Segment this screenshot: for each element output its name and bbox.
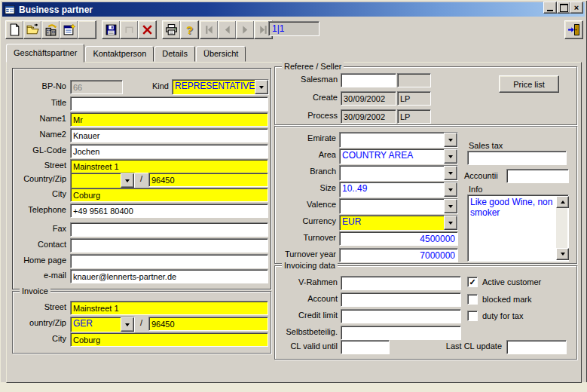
scroll-up-button[interactable]	[556, 196, 569, 208]
accounting-field[interactable]	[506, 169, 569, 183]
area-label: Area	[270, 150, 336, 160]
delete-button[interactable]	[138, 20, 157, 39]
emirate-dropdown-button[interactable]	[444, 133, 457, 147]
country-select[interactable]	[70, 173, 135, 188]
branch-select[interactable]	[339, 165, 458, 181]
email-field[interactable]	[70, 269, 268, 283]
gl-code-field[interactable]	[70, 144, 268, 158]
telephone-label: Telephone	[8, 205, 66, 215]
valence-label: Valence	[270, 200, 336, 210]
valence-select[interactable]	[339, 198, 458, 214]
tab-details[interactable]: Details	[154, 46, 195, 62]
salesman-field[interactable]	[341, 73, 396, 87]
currency-dropdown-button[interactable]	[444, 216, 457, 230]
name1-field[interactable]	[70, 112, 268, 127]
email-label: e-mail	[8, 271, 66, 280]
bp-no-label: BP-No	[8, 81, 66, 91]
first-record-icon	[203, 23, 216, 36]
country-value	[71, 173, 121, 188]
price-list-button[interactable]: Price list	[499, 75, 559, 93]
blocked-mark-checkbox[interactable]	[467, 294, 478, 305]
branch-dropdown-button[interactable]	[444, 166, 457, 180]
title-field[interactable]	[70, 96, 268, 111]
edit-form-button[interactable]	[60, 20, 78, 39]
open-button[interactable]	[23, 20, 42, 39]
invoicing-group-label: Invoicing data	[282, 261, 338, 270]
v-rahmen-field[interactable]	[341, 276, 461, 290]
open-folder-icon	[26, 23, 39, 36]
chevron-down-icon	[448, 139, 453, 142]
kind-select[interactable]: REPRESENTATIVE	[172, 79, 269, 95]
active-customer-checkbox[interactable]: ✓	[467, 277, 478, 287]
minimize-icon	[547, 10, 553, 11]
size-label: Size	[270, 183, 336, 193]
turnover-year-field[interactable]	[339, 248, 458, 262]
cl-valid-until-field[interactable]	[341, 340, 390, 354]
new-button[interactable]	[5, 20, 24, 39]
area-dropdown-button[interactable]	[444, 149, 457, 164]
selbstbeteilig-field[interactable]	[341, 326, 461, 340]
street-field[interactable]	[70, 159, 268, 173]
country-dropdown-button[interactable]	[121, 173, 134, 188]
name2-field[interactable]	[70, 128, 268, 142]
bp-no-field	[70, 80, 123, 94]
chevron-down-icon	[448, 205, 453, 208]
contact-field[interactable]	[70, 238, 268, 253]
account-field[interactable]	[341, 292, 461, 307]
invoice-zip-field[interactable]	[148, 317, 268, 331]
print-button[interactable]	[162, 20, 181, 39]
info-textarea[interactable]: Like good Wine, non smoker	[467, 194, 569, 262]
zip-field[interactable]	[148, 173, 268, 187]
record-indicator[interactable]: 1|1	[268, 21, 319, 36]
fax-field[interactable]	[70, 222, 268, 237]
form-window-icon	[63, 23, 75, 36]
business-partner-window: Business partner × ?	[0, 0, 587, 392]
spacer-button-disabled	[78, 20, 96, 39]
kind-label: Kind	[136, 81, 169, 91]
telephone-field[interactable]	[70, 204, 268, 218]
credit-limit-field[interactable]	[341, 309, 461, 323]
duty-for-tax-label: duty for tax	[482, 311, 523, 321]
app-icon	[5, 5, 15, 15]
area-value: COUNTRY AREA	[340, 149, 444, 164]
invoice-city-field[interactable]	[70, 332, 268, 347]
kind-dropdown-button[interactable]	[255, 80, 268, 94]
turnover-field[interactable]	[339, 231, 458, 246]
area-select[interactable]: COUNTRY AREA	[339, 149, 458, 164]
city-field[interactable]	[70, 188, 268, 202]
check-icon: ✓	[469, 277, 475, 286]
save-button[interactable]	[102, 20, 121, 39]
title-label: Title	[8, 98, 66, 108]
tab-kontaktperson[interactable]: Kontaktperson	[85, 46, 154, 62]
name1-label: Name1	[8, 114, 66, 124]
currency-select[interactable]: EUR	[339, 215, 458, 231]
tab-uebersicht[interactable]: Übersicht	[196, 46, 246, 62]
last-cl-update-field[interactable]	[506, 340, 567, 354]
scroll-down-button[interactable]	[556, 248, 569, 260]
maximize-button[interactable]	[557, 2, 570, 14]
duty-for-tax-checkbox[interactable]	[467, 311, 478, 321]
size-dropdown-button[interactable]	[444, 182, 457, 197]
tab-geschaeftspartner[interactable]: Geschäftspartner	[6, 44, 84, 63]
exit-button[interactable]	[564, 20, 583, 39]
currency-value: EUR	[340, 216, 444, 230]
next-record-icon	[239, 23, 252, 36]
home-page-field[interactable]	[70, 254, 268, 268]
kind-value: REPRESENTATIVE	[173, 80, 255, 94]
close-button[interactable]: ×	[570, 2, 583, 14]
invoice-country-select[interactable]: GER	[70, 317, 135, 332]
companies-button[interactable]	[41, 20, 60, 39]
info-scrollbar[interactable]	[556, 196, 567, 260]
valence-dropdown-button[interactable]	[444, 199, 457, 213]
invoice-street-field[interactable]	[70, 301, 268, 315]
sales-tax-field[interactable]	[467, 151, 567, 165]
zip-separator: /	[140, 174, 142, 183]
contact-label: Contact	[8, 240, 66, 250]
help-button[interactable]: ?	[180, 20, 199, 39]
size-select[interactable]: 10..49	[339, 182, 458, 198]
maximize-icon	[560, 4, 568, 12]
invoice-country-dropdown-button[interactable]	[121, 317, 134, 332]
minimize-button[interactable]	[543, 2, 557, 14]
create-user-field	[397, 91, 431, 106]
emirate-select[interactable]	[339, 132, 458, 148]
